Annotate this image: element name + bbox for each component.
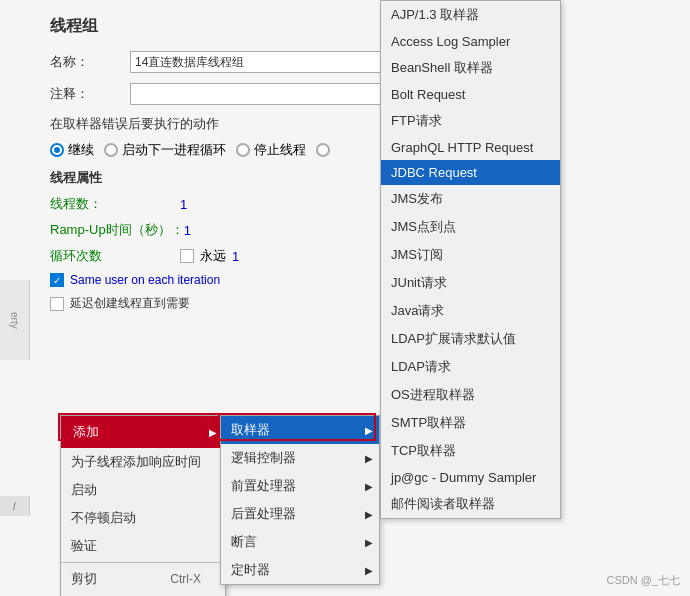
radio-continue-label: 继续 <box>68 141 94 159</box>
menu-item-logic-controller-label: 逻辑控制器 <box>231 449 296 467</box>
delay-create-checkbox[interactable] <box>50 297 64 311</box>
delay-create-label: 延迟创建线程直到需要 <box>70 295 190 312</box>
menu-item-timer-label: 定时器 <box>231 561 270 579</box>
menu-item-cut[interactable]: 剪切 Ctrl-X <box>61 565 225 593</box>
same-user-checkbox[interactable] <box>50 273 64 287</box>
menu-item-timer[interactable]: 定时器 <box>221 556 379 584</box>
sampler-ldap[interactable]: LDAP请求 <box>381 353 560 381</box>
menu-level3[interactable]: AJP/1.3 取样器 Access Log Sampler BeanShell… <box>380 0 561 519</box>
side-text: erty <box>9 312 20 329</box>
sampler-bolt[interactable]: Bolt Request <box>381 82 560 107</box>
bottom-strip: / <box>0 496 30 516</box>
radio-stop-thread[interactable]: 停止线程 <box>236 141 306 159</box>
left-strip: erty <box>0 280 30 360</box>
sampler-mail[interactable]: 邮件阅读者取样器 <box>381 490 560 518</box>
loop-count-label: 循环次数 <box>50 247 180 265</box>
menu-item-assertion[interactable]: 断言 <box>221 528 379 556</box>
menu-item-post-processor-label: 后置处理器 <box>231 505 296 523</box>
radio-other[interactable] <box>316 143 334 157</box>
ramp-up-label: Ramp-Up时间（秒）： <box>50 221 184 239</box>
thread-count-value: 1 <box>180 197 220 212</box>
sampler-java[interactable]: Java请求 <box>381 297 560 325</box>
sampler-access-log[interactable]: Access Log Sampler <box>381 29 560 54</box>
name-label: 名称： <box>50 53 130 71</box>
sampler-ftp[interactable]: FTP请求 <box>381 107 560 135</box>
menu-level2[interactable]: 取样器 逻辑控制器 前置处理器 后置处理器 断言 定时器 <box>220 415 380 585</box>
menu-item-logic-controller[interactable]: 逻辑控制器 <box>221 444 379 472</box>
radio-continue[interactable]: 继续 <box>50 141 94 159</box>
menu-item-add[interactable]: 添加 <box>61 416 225 448</box>
loop-forever-checkbox[interactable] <box>180 249 194 263</box>
menu-item-post-processor[interactable]: 后置处理器 <box>221 500 379 528</box>
sampler-tcp[interactable]: TCP取样器 <box>381 437 560 465</box>
bottom-text: / <box>13 501 16 512</box>
menu-item-start-no-pause[interactable]: 不停顿启动 <box>61 504 225 532</box>
menu-item-sampler[interactable]: 取样器 <box>221 416 379 444</box>
menu-item-start-no-pause-label: 不停顿启动 <box>71 509 136 527</box>
radio-stop-thread-circle <box>236 143 250 157</box>
sampler-ajp[interactable]: AJP/1.3 取样器 <box>381 1 560 29</box>
sampler-beanshell[interactable]: BeanShell 取样器 <box>381 54 560 82</box>
thread-count-label: 线程数： <box>50 195 180 213</box>
loop-count-value: 1 <box>232 249 272 264</box>
sampler-jdbc[interactable]: JDBC Request <box>381 160 560 185</box>
sampler-jms-p2p[interactable]: JMS点到点 <box>381 213 560 241</box>
watermark: CSDN @_七七 <box>606 573 680 588</box>
comment-input[interactable] <box>130 83 410 105</box>
ramp-up-value: 1 <box>184 223 224 238</box>
radio-continue-circle <box>50 143 64 157</box>
menu-level1[interactable]: 添加 为子线程添加响应时间 启动 不停顿启动 验证 剪切 Ctrl-X 复制 C… <box>60 415 226 596</box>
sampler-smtp[interactable]: SMTP取样器 <box>381 409 560 437</box>
sampler-ldap-ext[interactable]: LDAP扩展请求默认值 <box>381 325 560 353</box>
comment-label: 注释： <box>50 85 130 103</box>
menu-item-assertion-label: 断言 <box>231 533 257 551</box>
sampler-junit[interactable]: JUnit请求 <box>381 269 560 297</box>
radio-next-loop-circle <box>104 143 118 157</box>
menu-item-add-response-time[interactable]: 为子线程添加响应时间 <box>61 448 225 476</box>
radio-stop-thread-label: 停止线程 <box>254 141 306 159</box>
radio-other-circle <box>316 143 330 157</box>
menu-item-sampler-label: 取样器 <box>231 421 270 439</box>
menu-item-validate[interactable]: 验证 <box>61 532 225 560</box>
menu-sep-1 <box>61 562 225 563</box>
menu-item-validate-label: 验证 <box>71 537 97 555</box>
sampler-jms-pub[interactable]: JMS发布 <box>381 185 560 213</box>
menu-item-pre-processor-label: 前置处理器 <box>231 477 296 495</box>
menu-item-cut-label: 剪切 <box>71 570 97 588</box>
menu-item-cut-shortcut: Ctrl-X <box>170 572 201 586</box>
sampler-jms-sub[interactable]: JMS订阅 <box>381 241 560 269</box>
same-user-label: Same user on each iteration <box>70 273 220 287</box>
menu-item-add-label: 添加 <box>73 423 99 441</box>
name-input[interactable] <box>130 51 410 73</box>
loop-forever-label: 永远 <box>200 247 226 265</box>
menu-item-pre-processor[interactable]: 前置处理器 <box>221 472 379 500</box>
sampler-os[interactable]: OS进程取样器 <box>381 381 560 409</box>
sampler-dummy[interactable]: jp@gc - Dummy Sampler <box>381 465 560 490</box>
menu-item-label: 为子线程添加响应时间 <box>71 453 201 471</box>
radio-next-loop-label: 启动下一进程循环 <box>122 141 226 159</box>
sampler-graphql[interactable]: GraphQL HTTP Request <box>381 135 560 160</box>
menu-item-start-label: 启动 <box>71 481 97 499</box>
radio-next-loop[interactable]: 启动下一进程循环 <box>104 141 226 159</box>
menu-item-start[interactable]: 启动 <box>61 476 225 504</box>
